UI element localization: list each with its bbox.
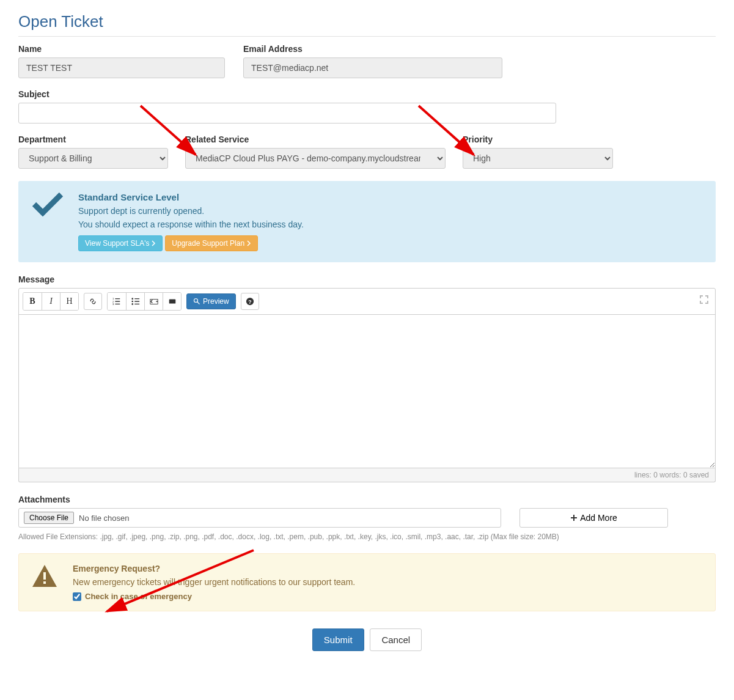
quote-icon [168,297,177,306]
heading-button[interactable]: H [60,293,78,310]
message-label: Message [18,274,716,284]
name-email-row: Name Email Address [18,44,716,78]
sla-line1: Support dept is currently opened. [78,206,702,216]
choose-file-button[interactable]: Choose File [24,512,74,524]
editor-toolbar: B I H 123 [19,289,715,315]
help-icon: ? [246,297,254,306]
code-icon [150,297,158,306]
expand-button[interactable] [699,295,709,306]
svg-text:?: ? [248,299,251,305]
svg-rect-12 [43,581,46,584]
submit-button[interactable]: Submit [312,628,364,651]
department-label: Department [18,134,168,144]
related-service-label: Related Service [185,134,446,144]
email-label: Email Address [243,44,502,54]
chevron-right-icon [152,240,156,246]
emergency-desc: New emergency tickets will trigger urgen… [73,577,355,587]
svg-rect-7 [169,300,175,304]
priority-select[interactable]: High [463,148,613,169]
svg-point-4 [131,301,133,303]
check-icon [32,192,64,251]
file-status-text: No file chosen [79,514,129,523]
sla-line2: You should expect a response within the … [78,219,702,229]
related-service-select[interactable]: MediaCP Cloud Plus PAYG - demo-company.m… [185,148,446,169]
italic-button[interactable]: I [42,293,60,310]
preview-button[interactable]: Preview [186,293,236,309]
quote-button[interactable] [163,293,181,310]
chevron-right-icon [247,240,251,246]
subject-label: Subject [18,89,716,99]
code-button[interactable] [144,293,163,310]
svg-text:3: 3 [112,303,114,306]
search-icon [193,298,200,305]
svg-rect-11 [43,572,46,580]
message-textarea[interactable] [19,315,715,468]
svg-point-3 [131,298,133,300]
sla-title: Standard Service Level [78,192,702,202]
priority-label: Priority [463,134,613,144]
attachments-label: Attachments [18,495,716,504]
file-input-wrap[interactable]: Choose File No file chosen [18,508,501,528]
subject-input[interactable] [18,103,556,123]
link-button[interactable] [84,293,102,310]
ordered-list-icon: 123 [112,297,121,306]
plus-icon [570,514,578,521]
upgrade-plan-button[interactable]: Upgrade Support Plan [165,235,258,251]
department-select[interactable]: Support & Billing [18,148,168,169]
page-title: Open Ticket [18,12,716,37]
sla-info-box: Standard Service Level Support dept is c… [18,181,716,262]
ol-button[interactable]: 123 [108,293,126,310]
emergency-checkbox[interactable] [73,592,81,601]
bold-button[interactable]: B [23,293,42,310]
editor-status: lines: 0 words: 0 saved [18,468,716,482]
link-icon [89,297,97,306]
name-input [18,57,225,78]
view-sla-button[interactable]: View Support SLA's [78,235,163,251]
email-input [243,57,502,78]
help-button[interactable]: ? [241,293,259,310]
warning-icon [31,564,58,601]
unordered-list-icon [131,297,140,306]
svg-point-8 [194,299,198,303]
attachments-hint: Allowed File Extensions: .jpg, .gif, .jp… [18,532,716,541]
expand-icon [699,295,709,304]
svg-point-5 [131,303,133,305]
emergency-title: Emergency Request? [73,564,355,573]
ul-button[interactable] [126,293,144,310]
emergency-check-label[interactable]: Check in case of emergency [85,592,192,601]
cancel-button[interactable]: Cancel [370,628,422,651]
name-label: Name [18,44,225,54]
emergency-box: Emergency Request? New emergency tickets… [18,553,716,611]
page-container: Open Ticket Name Email Address Subject D… [18,12,716,651]
add-more-button[interactable]: Add More [519,508,668,528]
